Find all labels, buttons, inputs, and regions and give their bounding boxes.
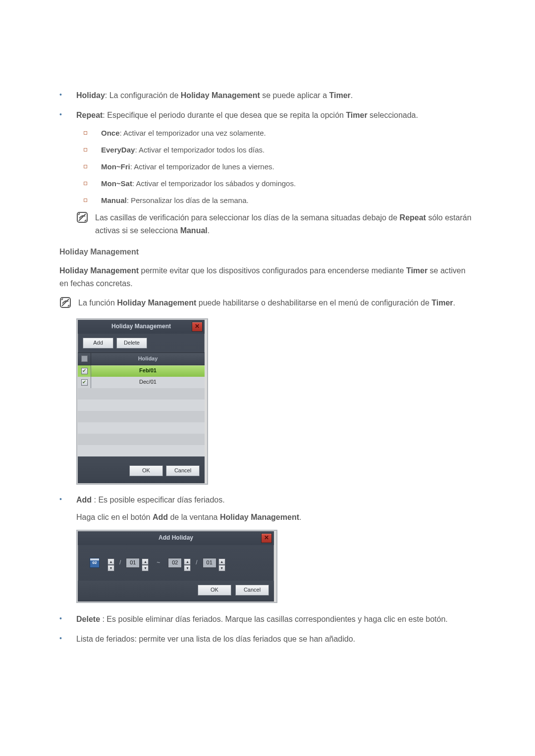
table-row-empty bbox=[78, 400, 205, 411]
month-to-field[interactable]: 02 ▲▼ bbox=[168, 558, 191, 568]
label: Holiday bbox=[76, 91, 105, 100]
table-row[interactable]: ✔ Dec/01 bbox=[78, 377, 205, 388]
day-from-value: 01 bbox=[126, 558, 140, 568]
table-row-empty bbox=[78, 445, 205, 456]
note-icon bbox=[76, 211, 90, 223]
ok-button[interactable]: OK bbox=[129, 465, 163, 476]
dialog-title: Add Holiday bbox=[159, 533, 193, 543]
step-down-icon[interactable]: ▼ bbox=[107, 565, 114, 571]
bullet-list-feriados: Lista de feriados: permite ver una lista… bbox=[59, 633, 476, 646]
calendar-icon: 02 bbox=[90, 558, 100, 568]
document-page: Holiday: La configuración de Holiday Man… bbox=[0, 0, 535, 702]
row-date: Dec/01 bbox=[91, 378, 205, 387]
sub-everyday: EveryDay: Activar el temporizador todos … bbox=[76, 144, 476, 156]
dialog-body: 02 ▲▼ / 01 ▲▼ ~ 02 ▲▼ bbox=[78, 545, 274, 581]
close-button[interactable]: ✕ bbox=[261, 533, 272, 543]
close-icon: ✕ bbox=[264, 533, 269, 543]
cancel-button[interactable]: Cancel bbox=[235, 585, 269, 596]
step-up-icon[interactable]: ▲ bbox=[218, 558, 225, 565]
table-row[interactable]: ✔ Feb/01 bbox=[78, 365, 205, 377]
add-button[interactable]: Add bbox=[83, 338, 113, 349]
sub-list: Once: Activar el temporizador una vez so… bbox=[76, 127, 476, 206]
header-holiday-label: Holiday bbox=[91, 353, 205, 365]
tilde-separator: ~ bbox=[153, 558, 164, 567]
step-up-icon[interactable]: ▲ bbox=[142, 558, 149, 565]
month-to-value: 02 bbox=[168, 558, 182, 568]
day-to-value: 01 bbox=[203, 558, 216, 568]
bullet-list: Add : Es posible especificar días feriad… bbox=[59, 494, 476, 645]
dialog-footer: OK Cancel bbox=[78, 456, 205, 483]
note-text: La función Holiday Management puede habi… bbox=[78, 297, 476, 309]
row-checkbox[interactable]: ✔ bbox=[81, 368, 88, 374]
close-icon: ✕ bbox=[195, 322, 200, 331]
sub-once: Once: Activar el temporizador una vez so… bbox=[76, 127, 476, 139]
cancel-button[interactable]: Cancel bbox=[166, 465, 200, 476]
select-all-checkbox[interactable] bbox=[81, 355, 88, 362]
bullet-list: Holiday: La configuración de Holiday Man… bbox=[59, 89, 476, 237]
section-paragraph: Holiday Management permite evitar que lo… bbox=[59, 264, 476, 290]
header-checkbox-cell bbox=[78, 353, 91, 365]
table-header: Holiday bbox=[78, 353, 205, 365]
step-up-icon[interactable]: ▲ bbox=[107, 558, 114, 565]
slash: / bbox=[118, 558, 122, 567]
table-row-empty bbox=[78, 388, 205, 400]
row-date: Feb/01 bbox=[91, 366, 205, 375]
label: Repeat bbox=[76, 111, 103, 119]
dialog-toolbar: Add Delete bbox=[78, 334, 205, 353]
step-down-icon[interactable]: ▼ bbox=[218, 565, 225, 571]
slash: / bbox=[195, 558, 198, 567]
table-row-empty bbox=[78, 422, 205, 434]
note-text: Las casillas de verificación para selecc… bbox=[95, 211, 476, 237]
step-down-icon[interactable]: ▼ bbox=[184, 565, 191, 571]
sub-monfri: Mon~Fri: Activar el temporizador de lune… bbox=[76, 161, 476, 173]
bullet-holiday: Holiday: La configuración de Holiday Man… bbox=[59, 89, 476, 102]
sub-manual: Manual: Personalizar los días de la sema… bbox=[76, 195, 476, 206]
dialog-titlebar: Holiday Management ✕ bbox=[78, 320, 205, 334]
dialog-title: Holiday Management bbox=[111, 322, 171, 331]
add-holiday-dialog: Add Holiday ✕ 02 ▲▼ / 01 ▲▼ ~ bbox=[76, 530, 277, 603]
table-row-empty bbox=[78, 411, 205, 422]
delete-button[interactable]: Delete bbox=[116, 338, 147, 349]
table-row-empty bbox=[78, 434, 205, 445]
ok-button[interactable]: OK bbox=[198, 585, 231, 596]
month-from-stepper[interactable]: ▲▼ bbox=[106, 558, 114, 567]
note-icon bbox=[59, 297, 73, 308]
bullet-delete: Delete : Es posible eliminar días feriad… bbox=[59, 613, 476, 626]
table-body: ✔ Feb/01 ✔ Dec/01 bbox=[78, 365, 205, 456]
sub-monsat: Mon~Sat: Activar el temporizador los sáb… bbox=[76, 178, 476, 190]
day-from-field[interactable]: 01 ▲▼ bbox=[126, 558, 149, 568]
bullet-repeat: Repeat: Especifique el periodo durante e… bbox=[59, 109, 476, 237]
section-heading: Holiday Management bbox=[59, 246, 476, 258]
bullet-add: Add : Es posible especificar días feriad… bbox=[59, 494, 476, 603]
day-to-field[interactable]: 01 ▲▼ bbox=[203, 558, 225, 568]
step-up-icon[interactable]: ▲ bbox=[184, 558, 191, 565]
holiday-management-dialog: Holiday Management ✕ Add Delete Holiday … bbox=[76, 318, 208, 485]
dialog-titlebar: Add Holiday ✕ bbox=[78, 531, 274, 545]
dialog-footer: OK Cancel bbox=[78, 581, 274, 602]
close-button[interactable]: ✕ bbox=[192, 322, 203, 332]
step-down-icon[interactable]: ▼ bbox=[142, 565, 149, 571]
row-checkbox[interactable]: ✔ bbox=[81, 379, 88, 386]
